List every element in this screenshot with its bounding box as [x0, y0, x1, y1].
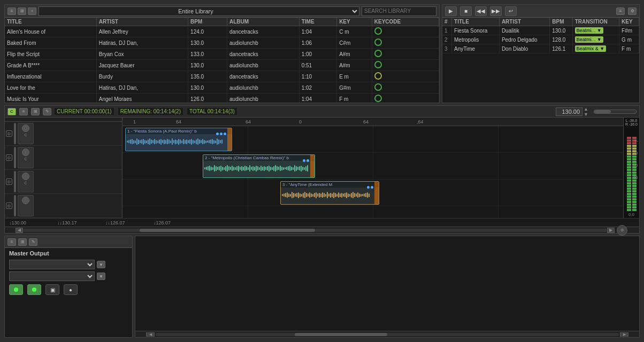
prev-button[interactable]: ◀◀ [475, 6, 487, 16]
playlist-icon[interactable]: ≡ [616, 7, 625, 15]
lib-key: E m [337, 71, 372, 82]
playlist-row[interactable]: 1 Fiesta Sonora Dualitik 130.0 Beatmi...… [442, 26, 639, 35]
scroll-left-arrow[interactable]: ◀ [16, 228, 23, 233]
track-knob-4[interactable] [22, 197, 29, 204]
bottom-scroll-left[interactable]: ◀ [146, 332, 155, 337]
library-dropdown[interactable]: Entire Library [39, 6, 359, 16]
ctrl-btn-3[interactable]: ▣ [45, 284, 59, 295]
timeline-grid-icon[interactable]: ⊞ [31, 108, 40, 115]
lib-time: 1:06 [299, 37, 336, 49]
lib-bpm: 124.0 [188, 26, 227, 37]
library-row[interactable]: Flip the Script Bryan Cox 133.0 dancetra… [5, 49, 439, 60]
playlist-row[interactable]: 2 Metropolis Pedro Delgado 128.0 Beatmi.… [442, 35, 639, 44]
pl-title: Fiesta Sonora [452, 26, 500, 35]
track-knob-1[interactable] [22, 125, 29, 132]
library-row[interactable]: Allen's House of Allen Jeffrey 124.0 dan… [5, 26, 439, 37]
search-input[interactable] [362, 6, 436, 16]
timeline-icon[interactable]: C [7, 108, 16, 115]
pl-num: 1 [442, 26, 452, 35]
ctrl-btn-2[interactable] [27, 284, 41, 295]
wave-dot-0c [224, 133, 226, 135]
lib-time: 1:02 [299, 82, 336, 94]
track-handle-3[interactable] [14, 171, 16, 192]
lib-key: A#m [337, 60, 372, 71]
track-icon-3[interactable]: D [6, 178, 12, 185]
vu-bottom-value: 0.0 [628, 212, 634, 217]
master-grid-icon[interactable]: ⊞ [18, 238, 27, 246]
lib-album: dancetracks [227, 26, 299, 37]
waveform-block-0[interactable]: 1 - "Fiesta Sonora (A.Paul Remix)" b [125, 128, 232, 151]
block-label-2: 3 - "AnyTime (Extended M [281, 182, 379, 188]
settings-icon[interactable]: ⚙ [628, 7, 637, 15]
track-loop-2[interactable]: C [18, 157, 33, 161]
zoom-fit-btn[interactable]: ⊕ [617, 225, 627, 236]
vu-0db: -0- [633, 139, 638, 143]
scroll-right-arrow[interactable]: ▶ [607, 228, 615, 233]
add-icon[interactable]: + [28, 7, 36, 15]
bottom-scrollbar[interactable]: ◀ ▶ [135, 331, 639, 337]
ctrl-led-2 [32, 287, 36, 292]
library-row[interactable]: Baked From Hatiras, DJ Dan, 130.0 audiol… [5, 37, 439, 49]
total-time: TOTAL 00:14:14(3) [187, 108, 237, 115]
bottom-scroll-right[interactable]: ▶ [620, 332, 628, 337]
scrollbar-track[interactable] [23, 229, 607, 232]
timeline-edit-icon[interactable]: ✎ [43, 108, 51, 115]
waveform-block-1[interactable]: 2 - "Metropolis (Christian Cambas Remix)… [203, 154, 315, 178]
waveform-block-2[interactable]: 3 - "AnyTime (Extended M [280, 181, 379, 205]
track-knob-2[interactable] [22, 149, 29, 156]
lib-key: C m [337, 26, 372, 37]
track-icon-2[interactable]: D [6, 154, 12, 161]
list-view-icon[interactable]: ≡ [7, 7, 16, 15]
ctrl-btn-4[interactable]: ● [64, 284, 78, 295]
play-button[interactable]: ▶ [445, 6, 457, 16]
ctrl-btn-1[interactable] [9, 284, 23, 295]
master-edit-icon[interactable]: ✎ [29, 238, 37, 246]
library-row[interactable]: Music Is Your Angel Moraes 126.0 audiolu… [5, 94, 439, 103]
block-end-handle-2[interactable] [374, 182, 379, 204]
track-handle-2[interactable] [14, 147, 16, 168]
library-row[interactable]: Grade A B**** Jacquez Bauer 130.0 audiol… [5, 60, 439, 71]
pl-title: AnyTime [452, 44, 500, 53]
track-knob-3[interactable] [22, 173, 29, 180]
wave-dot-2b [371, 186, 373, 189]
output-expand-1[interactable]: ▼ [97, 261, 105, 268]
bpm-input[interactable] [556, 107, 582, 116]
wave-dot-0b [220, 133, 223, 135]
track-loop-1[interactable]: C [18, 133, 33, 137]
lib-keycode [372, 71, 439, 82]
timeline-list-icon[interactable]: ≡ [19, 108, 28, 115]
bottom-section: ≡ ⊞ ✎ Master Output ▼ ▼ [4, 236, 640, 338]
block-end-handle-0[interactable] [227, 128, 232, 151]
track-icon-4[interactable]: D [6, 203, 12, 209]
bottom-scrollbar-track[interactable] [156, 333, 619, 336]
scrollbar-thumb[interactable] [140, 229, 315, 232]
return-button[interactable]: ↩ [505, 6, 517, 16]
track-handle-1[interactable] [14, 123, 16, 144]
track-handle-4[interactable] [14, 195, 16, 216]
output-dropdown-2[interactable] [9, 271, 95, 281]
lib-album: dancetracks [227, 49, 299, 60]
block-end-handle-1[interactable] [310, 155, 315, 177]
next-button[interactable]: ▶▶ [490, 6, 502, 16]
ruler-mark-1: 1 [133, 119, 136, 125]
playlist-row[interactable]: 3 AnyTime Don Diablo 126.1 Beatmix & ▼ F… [442, 44, 639, 53]
timeline-zoom-slider[interactable] [594, 110, 637, 114]
output-expand-2[interactable]: ▼ [97, 273, 105, 280]
pl-key: F#m [619, 26, 639, 35]
track-icon-1[interactable]: D [6, 130, 12, 137]
grid-view-icon[interactable]: ⊞ [18, 7, 26, 15]
library-row[interactable]: Love for the Hatiras, DJ Dan, 130.0 audi… [5, 82, 439, 94]
master-list-icon[interactable]: ≡ [7, 238, 16, 246]
stop-button[interactable]: ■ [460, 6, 472, 16]
bottom-scrollbar-thumb[interactable] [295, 333, 387, 336]
pl-num: 2 [442, 35, 452, 44]
lib-title: Music Is Your [5, 94, 96, 103]
output-dropdown-1[interactable] [9, 260, 95, 269]
library-row[interactable]: Influenzational Burdy 135.0 dancetracks … [5, 71, 439, 82]
track-mini-3: C [18, 171, 34, 192]
vu-labels: -0- 10 20 30 [633, 139, 638, 180]
lib-keycode [372, 26, 439, 37]
lib-bpm: 130.0 [188, 37, 227, 49]
timeline-scrollbar[interactable]: ◀ ▶ ⊕ [5, 227, 639, 233]
track-loop-3[interactable]: C [18, 181, 33, 185]
